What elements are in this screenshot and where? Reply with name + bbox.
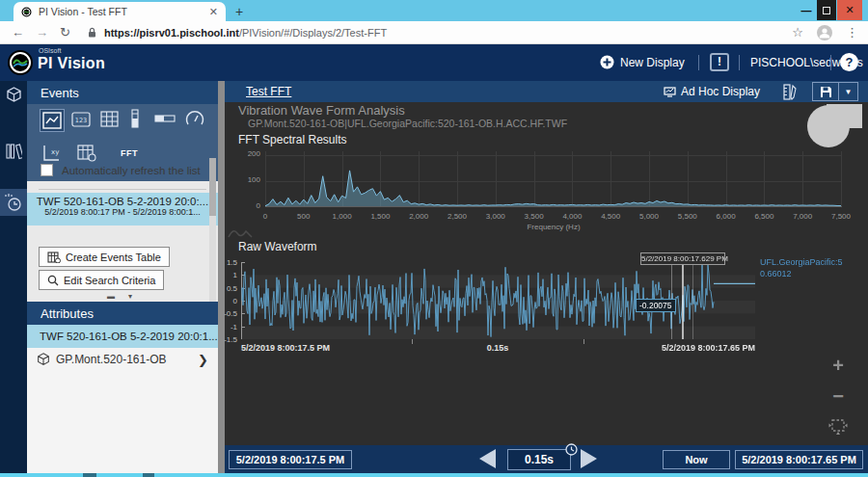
step-forward-arrow[interactable] <box>581 449 597 468</box>
cursor-line-main[interactable] <box>682 262 684 339</box>
attribute-asset-row[interactable]: GP.Mont.520-161-OB ❯ <box>27 348 218 371</box>
fft-x-tick-label: 0 <box>263 212 267 221</box>
notifications-icon[interactable]: ! <box>710 53 729 71</box>
duration-button[interactable]: 0.15s <box>507 449 571 470</box>
legend-trace-name[interactable]: UFL.GeorgiaPacific:5 <box>760 256 843 268</box>
tab-close-icon[interactable]: ✕ <box>209 6 218 18</box>
fft-chart-canvas[interactable] <box>265 150 842 208</box>
radial-gauge-icon[interactable] <box>185 110 204 127</box>
header-divider <box>739 55 740 70</box>
chevron-right-icon[interactable]: ❯ <box>198 353 208 367</box>
adhoc-display-label: Ad Hoc Display <box>681 85 760 98</box>
new-display-button[interactable]: New Display <box>600 55 685 69</box>
trend-icon[interactable] <box>41 110 64 131</box>
attribute-item-selected[interactable]: TWF 520-161-OB 5-2-2019 20:0:1... <box>27 325 218 348</box>
waveform-legend: UFL.GeorgiaPacific:5 0.66012 <box>760 256 843 279</box>
fft-x-axis-label: Frequency (Hz) <box>265 223 842 231</box>
step-back-arrow[interactable] <box>479 449 496 468</box>
fft-x-tick-label: 7,000 <box>793 212 812 221</box>
taskbar-icon-fragment <box>143 473 154 477</box>
profile-avatar-icon[interactable] <box>817 25 832 40</box>
save-button[interactable] <box>813 83 838 100</box>
new-display-label: New Display <box>620 56 685 69</box>
trend-watermark-icon <box>228 225 253 239</box>
screen: PI Vision - Test FFT ✕ + — ✕ ← → ↻ https… <box>0 0 868 477</box>
window-minimize-button[interactable]: — <box>797 0 816 20</box>
waveform-y-tick-label: -1.5 <box>216 335 237 344</box>
attributes-empty-area <box>27 371 218 473</box>
value-icon[interactable]: 123 <box>71 112 91 129</box>
svg-text:xy: xy <box>51 148 59 156</box>
zoom-fit-button[interactable] <box>824 414 853 439</box>
brand-pivision: PI Vision <box>38 55 105 72</box>
display-name-link[interactable]: Test FFT <box>246 85 291 98</box>
cursor-time-tooltip: 5/2/2019 8:00:17.629 PM <box>640 252 725 265</box>
event-item-title: TWF 520-161-OB 5-2-2019 20:0:... <box>27 196 218 207</box>
fft-x-tick-label: 2,500 <box>448 212 467 221</box>
left-nav-rail <box>0 81 27 473</box>
window-maximize-button[interactable] <box>817 0 836 20</box>
save-dropdown-button[interactable]: ▼ <box>838 83 857 100</box>
browser-menu-icon[interactable]: ⋮ <box>846 25 858 40</box>
bookmark-star-icon[interactable]: ☆ <box>792 25 803 40</box>
fft-x-tick-label: 4,000 <box>562 212 582 221</box>
help-icon[interactable]: ? <box>840 53 858 71</box>
events-nav-selected[interactable] <box>0 189 27 216</box>
legend-trace-value: 0.66012 <box>760 268 843 279</box>
brand-osisoft: OSIsoft <box>39 47 61 54</box>
waveform-y-tick-label: 0 <box>216 297 237 305</box>
xy-plot-icon[interactable]: xy <box>42 145 62 162</box>
create-events-table-button[interactable]: Create Events Table <box>39 247 170 267</box>
new-tab-icon[interactable]: + <box>235 4 243 19</box>
create-events-table-label: Create Events Table <box>66 252 161 263</box>
events-panel-title: Events <box>41 86 79 100</box>
start-time-button[interactable]: 5/2/2019 8:00:17.5 PM <box>229 450 352 469</box>
back-icon[interactable]: ← <box>12 25 24 40</box>
end-time-button[interactable]: 5/2/2019 8:00:17.65 PM <box>735 450 863 469</box>
assets-cube-icon[interactable] <box>6 87 22 103</box>
cursor-line-right[interactable] <box>692 262 693 339</box>
events-table-icon[interactable] <box>77 145 96 162</box>
tab-title: PI Vision - Test FFT <box>39 6 203 17</box>
zoom-in-button[interactable]: + <box>824 353 853 378</box>
fft-x-tick-label: 7,500 <box>831 212 851 221</box>
table-icon[interactable] <box>100 111 120 128</box>
panel-collapse-handle[interactable]: ▬ ▾ <box>27 292 218 301</box>
waveform-axis-tick <box>583 339 584 344</box>
events-table-icon <box>47 252 61 263</box>
fft-x-tick-label: 1,000 <box>333 212 352 221</box>
zoom-out-button[interactable]: − <box>824 384 853 409</box>
horizontal-gauge-icon[interactable] <box>154 115 174 132</box>
save-button-group: ▼ <box>812 82 858 101</box>
waveform-chart-canvas[interactable] <box>241 262 755 339</box>
adhoc-display-button[interactable]: Ad Hoc Display <box>664 85 760 98</box>
cursor-value-badge: -0.20075 <box>636 299 676 312</box>
library-icon[interactable] <box>6 143 22 160</box>
pump-symbol[interactable] <box>803 102 863 148</box>
auto-refresh-checkbox[interactable] <box>41 164 53 176</box>
event-list-item-selected[interactable]: TWF 520-161-OB 5-2-2019 20:0:... 5/2/201… <box>27 193 218 225</box>
favicon-icon <box>21 7 32 17</box>
now-button[interactable]: Now <box>663 450 730 469</box>
events-panel-header: Events <box>27 81 218 104</box>
events-panel: Events 123 xy <box>27 81 218 473</box>
events-scrollbar-thumb[interactable] <box>209 158 216 216</box>
refresh-icon[interactable]: ↻ <box>60 25 70 40</box>
forward-icon[interactable]: → <box>36 25 48 40</box>
auto-refresh-row: Automatically refresh the list <box>41 164 201 176</box>
vertical-gauge-icon[interactable] <box>131 109 150 126</box>
waveform-end-label: 5/2/2019 8:00:17.65 PM <box>662 343 755 353</box>
window-close-button[interactable]: ✕ <box>837 0 862 20</box>
fft-x-tick-label: 500 <box>297 212 310 221</box>
display-subtitle: GP.Mont.520-161-OB|UFL.GeorgiaPacific:52… <box>248 118 567 129</box>
ruler-pencil-icon[interactable] <box>783 84 797 100</box>
url-host[interactable]: https://pisrv01.pischool.int <box>104 27 239 39</box>
event-item-range: 5/2/2019 8:00:17 PM - 5/2/2019 8:00:1... <box>27 207 218 217</box>
taskbar-icon-fragment <box>83 473 96 477</box>
waveform-y-tick-label: 1.5 <box>216 258 237 267</box>
browser-tab[interactable]: PI Vision - Test FFT ✕ <box>14 2 226 21</box>
edit-search-criteria-button[interactable]: Edit Search Criteria <box>39 270 164 290</box>
fft-symbol[interactable]: FFT <box>121 148 138 158</box>
browser-addressbar: ← → ↻ https://pisrv01.pischool.int /PIVi… <box>0 21 868 44</box>
url-path[interactable]: /PIVision/#/Displays/2/Test-FFT <box>239 27 387 39</box>
